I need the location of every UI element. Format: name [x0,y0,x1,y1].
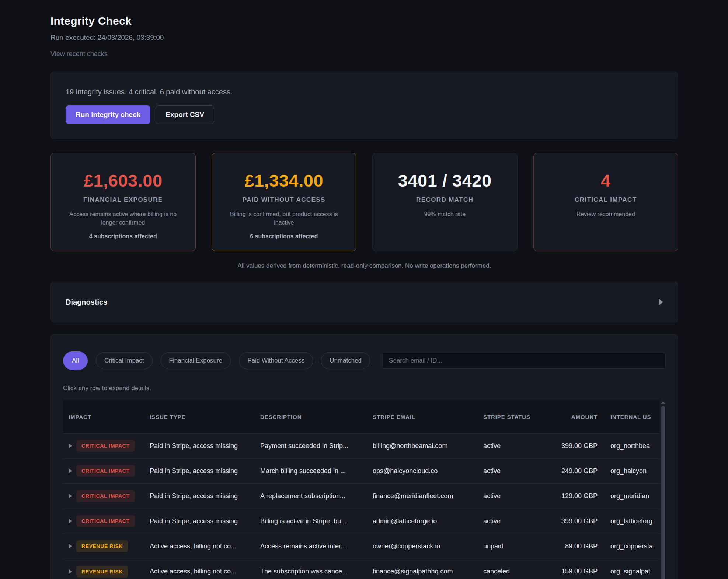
stat-label: FINANCIAL EXPOSURE [61,196,185,204]
internal-user-cell: org_latticeforg [598,509,659,534]
expand-row-icon[interactable] [69,544,72,549]
expand-row-icon[interactable] [69,519,72,524]
stat-label: RECORD MATCH [383,196,507,204]
stat-description: 99% match rate [384,210,506,218]
column-header-amount: AMOUNT [561,400,598,433]
issue-type-cell: Paid in Stripe, access missing [150,483,260,509]
integrity-check-page: Integrity Check Run executed: 24/03/2026… [0,0,728,579]
stat-value: £1,603.00 [61,170,185,191]
column-header-internal-us: INTERNAL US [598,400,659,433]
vertical-scrollbar[interactable] [661,400,666,579]
summary-actions: Run integrity check Export CSV [66,105,663,124]
issue-type-cell: Paid in Stripe, access missing [150,458,260,483]
page-title: Integrity Check [50,15,678,27]
description-cell: Payment succeeded in Strip... [260,433,373,458]
filter-chip-financial-exposure[interactable]: Financial Exposure [161,352,231,369]
description-cell: A replacement subscription... [260,483,373,509]
stat-value: £1,334.00 [222,170,346,191]
stat-card: £1,334.00 PAID WITHOUT ACCESS Billing is… [212,153,357,251]
stat-cards: £1,603.00 FINANCIAL EXPOSURE Access rema… [50,153,678,251]
issue-type-cell: Active access, billing not co... [150,559,260,579]
expand-row-icon[interactable] [69,569,72,574]
impact-badge: CRITICAL IMPACT [76,490,135,502]
impact-badge: CRITICAL IMPACT [76,440,135,452]
issue-type-cell: Paid in Stripe, access missing [150,509,260,534]
stat-subtext: 4 subscriptions affected [61,233,185,240]
issues-table-viewport: IMPACTISSUE TYPEDESCRIPTIONSTRIPE EMAILS… [63,400,659,579]
diagnostics-toggle[interactable]: Diagnostics [50,282,678,322]
filter-chips: AllCritical ImpactFinancial ExposurePaid… [63,351,370,370]
stripe-status-cell: unpaid [483,534,561,559]
table-row[interactable]: REVENUE RISK Active access, billing not … [63,534,659,559]
stripe-email-cell: finance@signalpathhq.com [373,559,483,579]
stripe-status-cell: canceled [483,559,561,579]
stat-card: £1,603.00 FINANCIAL EXPOSURE Access rema… [50,153,196,251]
column-header-stripe-email: STRIPE EMAIL [373,400,483,433]
amount-cell: 159.00 GBP [561,559,598,579]
stat-description: Review recommended [545,210,666,218]
diagnostics-title: Diagnostics [66,298,107,306]
filter-chip-all[interactable]: All [63,351,88,370]
summary-panel: 19 integrity issues. 4 critical. 6 paid … [50,72,678,139]
internal-user-cell: org_coppersta [598,534,659,559]
filter-chip-critical-impact[interactable]: Critical Impact [96,352,153,369]
view-recent-checks-link[interactable]: View recent checks [50,50,108,58]
description-cell: Access remains active inter... [260,534,373,559]
stat-label: CRITICAL IMPACT [544,196,668,204]
expand-row-icon[interactable] [69,493,72,499]
issue-type-cell: Active access, billing not co... [150,534,260,559]
search-input[interactable] [383,353,666,369]
impact-badge: REVENUE RISK [76,540,128,552]
amount-cell: 249.00 GBP [561,458,598,483]
table-row[interactable]: REVENUE RISK Active access, billing not … [63,559,659,579]
chevron-right-icon [659,299,663,305]
run-integrity-check-button[interactable]: Run integrity check [66,105,150,124]
column-header-stripe-status: STRIPE STATUS [483,400,561,433]
expand-hint: Click any row to expand details. [63,385,666,392]
export-csv-button[interactable]: Export CSV [156,105,214,124]
stat-value: 3401 / 3420 [383,170,507,191]
issue-type-cell: Paid in Stripe, access missing [150,433,260,458]
scrollbar-thumb[interactable] [661,406,665,579]
expand-row-icon[interactable] [69,443,72,448]
stat-description: Billing is confirmed, but product access… [223,210,345,227]
table-row[interactable]: CRITICAL IMPACT Paid in Stripe, access m… [63,483,659,509]
filter-row: AllCritical ImpactFinancial ExposurePaid… [63,351,666,370]
issues-panel: AllCritical ImpactFinancial ExposurePaid… [50,334,678,579]
stripe-email-cell: billing@northbeamai.com [373,433,483,458]
stat-card: 3401 / 3420 RECORD MATCH 99% match rate [372,153,518,251]
scrollbar-up-icon[interactable] [661,401,665,404]
description-cell: March billing succeeded in ... [260,458,373,483]
filter-chip-paid-without-access[interactable]: Paid Without Access [239,352,313,369]
impact-badge: REVENUE RISK [76,566,128,578]
amount-cell: 129.00 GBP [561,483,598,509]
column-header-description: DESCRIPTION [260,400,373,433]
internal-user-cell: org_halcyon [598,458,659,483]
table-row[interactable]: CRITICAL IMPACT Paid in Stripe, access m… [63,433,659,458]
read-only-note: All values derived from deterministic, r… [50,262,678,270]
internal-user-cell: org_northbea [598,433,659,458]
column-header-issue-type: ISSUE TYPE [150,400,260,433]
description-cell: The subscription was cance... [260,559,373,579]
impact-badge: CRITICAL IMPACT [76,465,135,477]
stat-subtext: 6 subscriptions affected [222,233,346,240]
expand-row-icon[interactable] [69,468,72,474]
stat-value: 4 [544,170,668,191]
issues-table-wrap: IMPACTISSUE TYPEDESCRIPTIONSTRIPE EMAILS… [63,400,666,579]
stripe-status-cell: active [483,458,561,483]
description-cell: Billing is active in Stripe, bu... [260,509,373,534]
filter-chip-unmatched[interactable]: Unmatched [321,352,370,369]
amount-cell: 399.00 GBP [561,433,598,458]
internal-user-cell: org_meridian [598,483,659,509]
stat-card: 4 CRITICAL IMPACT Review recommended [533,153,679,251]
issues-table: IMPACTISSUE TYPEDESCRIPTIONSTRIPE EMAILS… [63,400,659,579]
amount-cell: 89.00 GBP [561,534,598,559]
table-row[interactable]: CRITICAL IMPACT Paid in Stripe, access m… [63,509,659,534]
stripe-email-cell: finance@meridianfleet.com [373,483,483,509]
table-row[interactable]: CRITICAL IMPACT Paid in Stripe, access m… [63,458,659,483]
impact-badge: CRITICAL IMPACT [76,515,135,527]
stripe-status-cell: active [483,433,561,458]
summary-text: 19 integrity issues. 4 critical. 6 paid … [66,88,663,96]
stripe-status-cell: active [483,483,561,509]
stripe-status-cell: active [483,509,561,534]
